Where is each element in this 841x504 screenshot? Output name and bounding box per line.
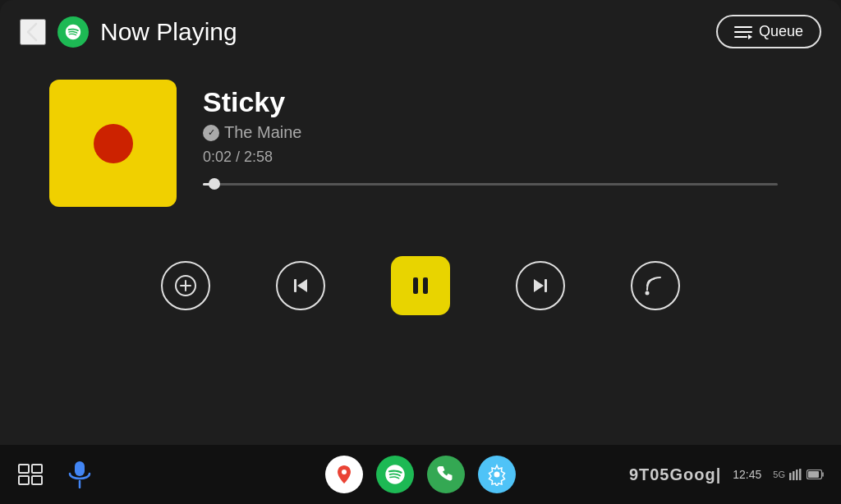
svg-point-22: [494, 472, 500, 478]
previous-button[interactable]: [276, 261, 325, 310]
taskbar-center: [325, 456, 516, 493]
svg-rect-15: [32, 465, 42, 473]
svg-rect-24: [793, 471, 795, 480]
svg-rect-16: [19, 476, 29, 484]
svg-point-13: [646, 291, 650, 296]
time-display: 0:02 / 2:58: [203, 149, 778, 166]
header-left: Now Playing: [20, 16, 237, 48]
watermark: 9T05Goog|: [629, 465, 721, 484]
queue-button[interactable]: Queue: [716, 15, 821, 48]
maps-app-icon[interactable]: [325, 456, 363, 493]
spotify-logo: [57, 16, 89, 48]
microphone-icon[interactable]: [61, 456, 99, 493]
album-art: [49, 80, 177, 207]
cast-button[interactable]: [631, 261, 680, 310]
svg-rect-14: [19, 465, 29, 473]
next-button[interactable]: [516, 261, 565, 310]
svg-rect-12: [545, 279, 547, 292]
back-button[interactable]: [20, 19, 46, 45]
song-info: Sticky ✓ The Maine 0:02 / 2:58: [203, 80, 778, 192]
svg-rect-23: [789, 473, 792, 480]
taskbar-left: [16, 456, 99, 493]
svg-rect-18: [75, 461, 85, 476]
svg-rect-25: [796, 470, 798, 480]
spotify-app-icon[interactable]: [376, 456, 414, 493]
progress-bar[interactable]: [203, 176, 778, 192]
play-pause-button[interactable]: [391, 256, 450, 315]
queue-label: Queue: [759, 23, 803, 40]
status-icons: 5G: [773, 469, 825, 480]
song-title: Sticky: [203, 86, 778, 118]
svg-point-21: [342, 470, 347, 474]
page-title: Now Playing: [100, 18, 237, 46]
svg-rect-8: [294, 279, 296, 292]
verified-icon: ✓: [203, 125, 219, 141]
svg-marker-7: [297, 279, 307, 292]
artist-name: The Maine: [224, 123, 302, 142]
header: Now Playing Queue: [0, 0, 841, 63]
phone-app-icon[interactable]: [427, 456, 465, 493]
clock: 12:45: [733, 468, 761, 481]
song-section: Sticky ✓ The Maine 0:02 / 2:58: [0, 63, 841, 223]
svg-marker-11: [534, 279, 544, 292]
svg-rect-17: [32, 476, 42, 484]
svg-marker-3: [748, 34, 752, 39]
home-icon[interactable]: [16, 460, 44, 488]
taskbar: 9T05Goog| 12:45 5G: [0, 445, 841, 504]
playback-controls: [0, 223, 841, 332]
svg-rect-10: [423, 277, 428, 294]
taskbar-right: 9T05Goog| 12:45 5G: [629, 465, 825, 484]
album-art-circle: [94, 124, 133, 163]
main-content: Now Playing Queue Sticky ✓ The Maine 0:0…: [0, 0, 841, 445]
svg-rect-28: [808, 471, 819, 478]
svg-rect-26: [799, 469, 802, 480]
svg-rect-9: [413, 277, 418, 294]
progress-track: [203, 183, 778, 186]
artist-row: ✓ The Maine: [203, 123, 778, 142]
settings-app-icon[interactable]: [478, 456, 516, 493]
progress-thumb: [209, 178, 220, 190]
add-button[interactable]: [161, 261, 210, 310]
